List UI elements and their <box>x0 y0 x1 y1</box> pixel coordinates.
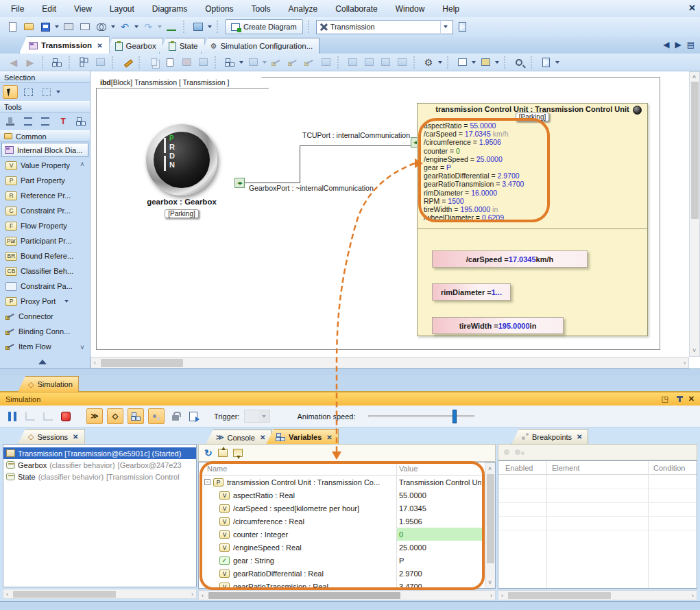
sessions-close-icon[interactable]: ✕ <box>73 433 78 441</box>
containment-tree-icon[interactable] <box>50 56 64 69</box>
palette-item-constraint-parameter[interactable]: Constraint Pa... <box>0 279 90 294</box>
tab-gearbox[interactable]: Gearbox <box>106 38 163 54</box>
animation-speed-slider[interactable] <box>368 415 474 417</box>
palette-item-value-property[interactable]: VValue Property <box>0 158 90 173</box>
run-dropdown-icon[interactable] <box>555 61 559 64</box>
connector-style-icon[interactable] <box>269 56 283 69</box>
tab-simulation-panel[interactable]: ◇ Simulation <box>18 376 79 392</box>
proxy-port-dropdown-icon[interactable] <box>64 300 69 303</box>
pin-panel-icon[interactable] <box>679 395 681 403</box>
terminate-button[interactable] <box>59 410 73 423</box>
palette-item-proxy-port[interactable]: PProxy Port <box>0 294 90 309</box>
rect-connector-icon[interactable] <box>286 56 300 69</box>
variable-row-circumference[interactable]: V /circumference : Real 1.9506 <box>199 515 485 528</box>
rimdiameter-value-box[interactable]: rimDiameter = 1... <box>432 283 511 301</box>
quick-layout-dropdown-icon[interactable] <box>239 61 243 64</box>
palette-item-part-property[interactable]: PPart Property <box>0 173 90 188</box>
toggle-breakpoints-button[interactable] <box>148 408 165 424</box>
column-name[interactable]: Name <box>207 465 227 473</box>
tcu-block[interactable]: transmission Control Unit : Transmission… <box>417 103 648 336</box>
menu-file[interactable]: File <box>11 4 24 14</box>
palette-item-bound-reference[interactable]: BRBound Refere... <box>0 248 90 263</box>
export-values-icon[interactable] <box>233 449 243 457</box>
remove-breakpoint-icon[interactable] <box>515 448 524 456</box>
palette-item-flow-property[interactable]: FFlow Property <box>0 218 90 233</box>
pause-button[interactable] <box>5 410 19 423</box>
marquee-tool-button[interactable] <box>21 85 36 99</box>
column-enabled[interactable]: Enabled <box>505 464 533 472</box>
redo-dropdown-icon[interactable] <box>158 25 162 28</box>
palette-collapse-icon[interactable] <box>38 360 47 364</box>
variable-row-enginespeed[interactable]: V /engineSpeed : Real 25.0000 <box>199 541 485 554</box>
show-elements-icon[interactable] <box>378 56 392 69</box>
connector-tcu-segment[interactable] <box>300 145 411 146</box>
find-dropdown-icon[interactable] <box>111 25 115 28</box>
quick-layout-icon[interactable] <box>223 56 237 69</box>
toggle-variables-button[interactable] <box>128 408 144 424</box>
diagram-canvas[interactable]: ibd [Block] Transmission [ Transmission … <box>90 71 700 368</box>
import-values-icon[interactable] <box>218 449 228 457</box>
palette-tools-header[interactable]: Tools <box>0 101 90 113</box>
tab-simulation-configuration[interactable]: ⚙ Simulation Configuration... <box>201 38 320 54</box>
run-simulation-button[interactable] <box>456 20 470 34</box>
breakpoints-close-icon[interactable]: ✕ <box>577 433 582 441</box>
create-diagram-button[interactable]: Create Diagram <box>225 19 303 34</box>
refresh-icon[interactable]: ↻ <box>204 448 213 458</box>
menu-view[interactable]: View <box>74 4 92 14</box>
show-ports-icon[interactable] <box>395 56 409 69</box>
variable-row-aspectratio[interactable]: V aspectRatio : Real 55.0000 <box>199 489 485 502</box>
undo-dropdown-icon[interactable] <box>134 25 138 28</box>
tab-transmission[interactable]: Transmission ✕ <box>19 36 110 54</box>
gearboxport-label[interactable]: GearboxPort : ~internalCommunication <box>249 184 374 192</box>
collapse-icon[interactable]: − <box>204 479 210 485</box>
menu-analyze[interactable]: Analyze <box>289 4 318 14</box>
save-dropdown-icon[interactable] <box>55 25 59 28</box>
redo-button[interactable]: ↷ <box>141 20 155 34</box>
align-icon[interactable] <box>246 56 260 69</box>
variable-row-tcu[interactable]: − P transmission Control Unit : Transmis… <box>199 476 485 489</box>
show-window-icon[interactable] <box>455 56 469 69</box>
palette-scroll-up-icon[interactable]: ˄ <box>80 161 84 168</box>
palette-item-binding-connector[interactable]: Binding Conn... <box>0 324 90 339</box>
canvas-horizontal-scrollbar[interactable]: ‹ › <box>90 357 689 368</box>
palette-scroll-down-icon[interactable]: ˅ <box>80 344 84 351</box>
connector-vertical-segment[interactable] <box>300 145 300 183</box>
step-into-button[interactable] <box>23 410 37 423</box>
gearbox-part-label[interactable]: gearbox : Gearbox <box>141 198 223 206</box>
slider-handle[interactable] <box>452 410 457 423</box>
menu-collaborate[interactable]: Collaborate <box>335 4 377 14</box>
show-window-dropdown-icon[interactable] <box>472 61 476 64</box>
new-file-button[interactable] <box>5 20 19 34</box>
variables-vertical-scrollbar[interactable]: ˄ ˅ <box>485 462 496 589</box>
tirewidth-value-box[interactable]: tireWidth = 195.0000 in <box>432 317 564 334</box>
session-item-transmission[interactable]: Transmission [Transmission@6e5901c] (Sta… <box>3 447 196 459</box>
palette-item-internal-block-diagram[interactable]: Internal Block Dia... <box>1 143 88 157</box>
tab-console[interactable]: ≫ Console ✕ <box>206 430 271 445</box>
menu-window[interactable]: Window <box>396 4 425 14</box>
export-results-button[interactable] <box>186 410 200 423</box>
align-vertical-button[interactable] <box>21 115 36 128</box>
run-button[interactable] <box>539 56 553 69</box>
canvas-vertical-scrollbar[interactable]: ˄ ˅ <box>689 71 700 357</box>
text-tool-button[interactable]: T <box>56 115 71 128</box>
panel-divider[interactable] <box>0 368 700 375</box>
sticky-tool-button[interactable] <box>3 115 18 128</box>
diagram-options-dropdown-icon[interactable] <box>438 61 442 64</box>
palette-selection-header[interactable]: Selection <box>0 71 90 83</box>
delete-icon[interactable] <box>180 56 193 69</box>
session-item-state[interactable]: State(classifier behavior) [Transmission… <box>3 471 196 482</box>
variables-horizontal-scrollbar[interactable]: ‹ › <box>198 590 496 600</box>
tab-breakpoints[interactable]: Breakpoints ✕ <box>511 429 588 444</box>
menu-tools[interactable]: Tools <box>252 4 271 14</box>
transfer-button[interactable] <box>191 20 205 34</box>
edit-compartments-icon[interactable] <box>120 56 134 69</box>
undo-button[interactable]: ↶ <box>118 20 132 34</box>
variables-table[interactable]: Name Value − P transmission Control Unit… <box>198 462 496 589</box>
column-condition[interactable]: Condition <box>653 464 685 472</box>
column-value[interactable]: Value <box>399 465 418 473</box>
tab-scroll-right-icon[interactable]: ▶ <box>675 40 681 49</box>
print-preview-button[interactable] <box>78 20 92 34</box>
menu-diagrams[interactable]: Diagrams <box>152 4 187 14</box>
tab-list-icon[interactable]: ▤ <box>687 40 695 49</box>
paste-icon[interactable] <box>163 56 177 69</box>
